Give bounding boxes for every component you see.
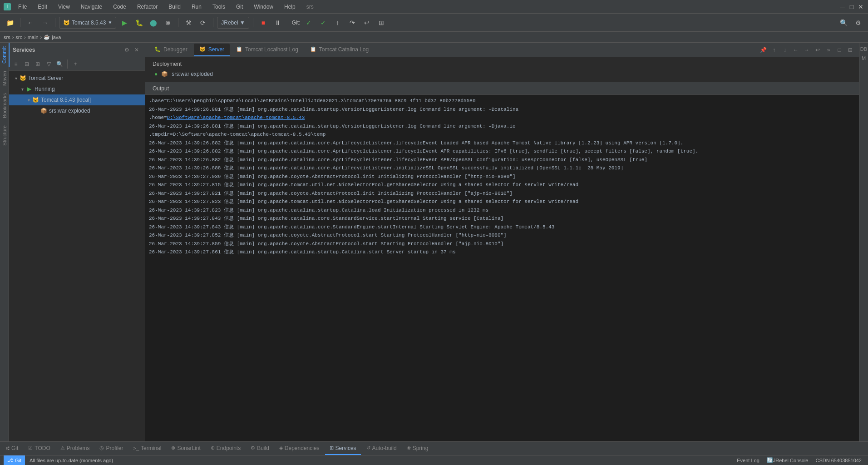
rebuild-button[interactable]: ⟳	[197, 16, 209, 29]
services-settings-btn[interactable]: ⚙	[122, 45, 131, 54]
menu-view[interactable]: View	[54, 2, 74, 12]
wrap-btn[interactable]: ↩	[813, 45, 823, 55]
svc-filter[interactable]: ▽	[44, 59, 54, 69]
scroll-left-btn[interactable]: ←	[791, 45, 801, 55]
menu-run[interactable]: Run	[188, 2, 205, 12]
tree-item-tomcat-server[interactable]: ▾ 🐱 Tomcat Server	[9, 73, 145, 84]
menu-window[interactable]: Window	[250, 2, 277, 12]
menu-code[interactable]: Code	[109, 2, 130, 12]
breadcrumb-java-label[interactable]: java	[52, 35, 61, 40]
build-button[interactable]: ⚒	[182, 16, 195, 29]
svc-search[interactable]: 🔍	[54, 59, 64, 69]
menu-tools[interactable]: Tools	[209, 2, 229, 12]
git-check2-btn[interactable]: ✓	[317, 16, 330, 29]
status-event-log[interactable]: Event Log	[734, 455, 762, 465]
menu-edit[interactable]: Edit	[34, 2, 51, 12]
debug-button[interactable]: 🐛	[133, 16, 145, 29]
scroll-down-btn[interactable]: ↓	[780, 45, 790, 55]
navigate-forward-btn[interactable]: →	[39, 16, 51, 29]
menu-refactor[interactable]: Refactor	[133, 2, 161, 12]
left-tab-commit[interactable]: Commit	[0, 43, 10, 67]
project-btn[interactable]: 📁	[4, 16, 16, 29]
right-icon-database[interactable]: DB	[860, 45, 868, 53]
breadcrumb-srs[interactable]: srs	[4, 35, 10, 40]
next-btn[interactable]: »	[824, 45, 833, 55]
tree-item-war[interactable]: 📦 srs:war exploded	[9, 105, 145, 116]
war-icon: 📦	[40, 107, 47, 114]
tab-localhost-log[interactable]: 📋 Tomcat Localhost Log	[231, 44, 304, 56]
bottom-tab-spring[interactable]: ❀Spring	[402, 442, 433, 455]
bottom-tab-icon-6: ⊕	[211, 445, 215, 451]
bottom-tab-build[interactable]: ⚙Build	[246, 442, 274, 455]
svc-collapse-all[interactable]: ⊟	[22, 59, 32, 69]
status-git-branch[interactable]: ⎇ Git	[4, 455, 25, 465]
svc-add[interactable]: +	[70, 59, 80, 69]
bottom-tab-endpoints[interactable]: ⊕Endpoints	[206, 442, 245, 455]
arrow-tomcat-instance: ▾	[25, 97, 32, 103]
git-push-btn[interactable]: ↑	[331, 16, 344, 29]
left-tab-maven[interactable]: Maven	[0, 67, 9, 89]
pin-tab-btn[interactable]: 📌	[758, 45, 768, 55]
minimize-button[interactable]: ─	[839, 3, 846, 10]
log-link-tomcat-home[interactable]: D:\Software\apache-tomcat\apache-tomcat-…	[167, 115, 305, 120]
right-icon-maven[interactable]: M	[860, 54, 868, 62]
menu-navigate[interactable]: Navigate	[77, 2, 106, 12]
status-message[interactable]: All files are up-to-date (moments ago)	[27, 455, 116, 465]
bottom-tab-terminal[interactable]: >_Terminal	[129, 442, 166, 455]
svc-sep	[67, 59, 68, 69]
jrebel-label: JRebel ▼	[221, 20, 245, 26]
log-line-8: 26-Mar-2023 14:39:26.888 信息 [main] org.a…	[149, 164, 855, 173]
tree-item-tomcat-instance[interactable]: ▾ 🐱 Tomcat 8.5.43 [local]	[9, 94, 145, 105]
navigate-back-btn[interactable]: ←	[24, 16, 37, 29]
run-config-selector[interactable]: 🐱 Tomcat 8.5.43 ▼	[59, 17, 116, 29]
git-revert-btn[interactable]: ↩	[360, 16, 373, 29]
left-tab-structure[interactable]: Structure	[0, 122, 9, 149]
breadcrumb-sep1: ›	[12, 35, 14, 40]
maximize-button[interactable]: □	[848, 3, 855, 10]
run-button[interactable]: ▶	[118, 16, 131, 29]
close-button[interactable]: ✕	[857, 3, 864, 10]
bottom-tab-services[interactable]: ⊞Services	[325, 442, 361, 455]
git-history-btn[interactable]: ↷	[346, 16, 359, 29]
svc-group[interactable]: ⊞	[33, 59, 43, 69]
profile-button[interactable]: ⊗	[162, 16, 174, 29]
menu-build[interactable]: Build	[165, 2, 184, 12]
log-line-3: 26-Mar-2023 14:39:26.881 信息 [main] org.a…	[149, 122, 855, 131]
tab-debugger[interactable]: 🐛 Debugger	[149, 44, 193, 56]
bottom-tab-git[interactable]: ⑆Git	[2, 442, 23, 455]
breadcrumb-main[interactable]: main	[28, 35, 39, 40]
menu-help[interactable]: Help	[281, 2, 299, 12]
bottom-tab-sonarlint[interactable]: ⊗SonarLint	[167, 442, 205, 455]
status-csdn[interactable]: CSDN 65403851042	[813, 455, 864, 465]
search-everywhere-btn[interactable]: 🔍	[837, 16, 850, 29]
services-hide-btn[interactable]: ✕	[132, 45, 141, 54]
print-btn[interactable]: ⊟	[845, 45, 855, 55]
coverage-button[interactable]: ⬤	[147, 16, 160, 29]
svc-expand-all[interactable]: ≡	[11, 59, 21, 69]
bottom-tab-profiler[interactable]: ◷Profiler	[95, 442, 128, 455]
stop-button[interactable]: ■	[257, 16, 270, 29]
scroll-up-btn[interactable]: ↑	[769, 45, 779, 55]
bottom-tab-problems[interactable]: ⚠Problems	[56, 442, 94, 455]
bottom-tab-icon-5: ⊗	[171, 445, 175, 451]
breadcrumb-java[interactable]: ☕	[44, 34, 50, 40]
output-content[interactable]: .base=C:\Users\pengbin\AppData\Local\Jet…	[145, 95, 859, 441]
tab-server[interactable]: 🐱 Server	[194, 44, 230, 56]
status-jrebel-console[interactable]: 🔄 JRebel Console	[764, 455, 811, 465]
git-check-btn[interactable]: ✓	[302, 16, 315, 29]
settings-btn[interactable]: ⚙	[852, 16, 864, 29]
bottom-tab-auto-build[interactable]: ↺Auto-build	[362, 442, 401, 455]
tree-item-running[interactable]: ▾ ▶ Running	[9, 84, 145, 94]
jrebel-selector[interactable]: JRebel ▼	[217, 17, 249, 29]
suspend-button[interactable]: ⏸	[271, 16, 284, 29]
git-translate-btn[interactable]: ⊞	[375, 16, 388, 29]
menu-file[interactable]: File	[15, 2, 30, 12]
bottom-tab-todo[interactable]: ☑TODO	[24, 442, 54, 455]
scroll-right-btn[interactable]: →	[802, 45, 812, 55]
breadcrumb-src[interactable]: src	[15, 35, 22, 40]
clear-btn[interactable]: □	[834, 45, 844, 55]
left-tab-bookmarks[interactable]: Bookmarks	[0, 89, 9, 122]
menu-git[interactable]: Git	[232, 2, 247, 12]
bottom-tab-dependencies[interactable]: ◈Dependencies	[275, 442, 324, 455]
tab-catalina-log[interactable]: 📋 Tomcat Catalina Log	[305, 44, 374, 56]
